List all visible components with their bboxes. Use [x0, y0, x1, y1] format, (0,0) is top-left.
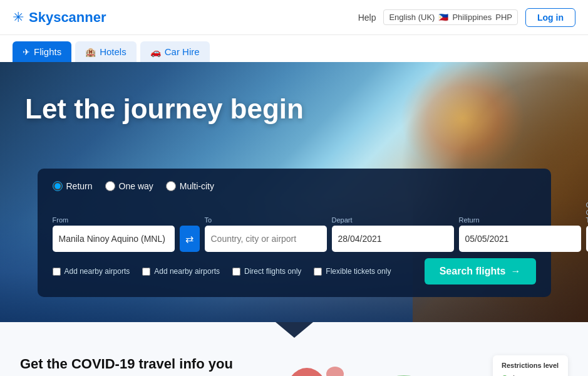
- hero-title: Let the journey begin: [25, 93, 304, 125]
- legend-title: Restrictions level: [502, 362, 559, 369]
- hotels-icon: 🏨: [85, 47, 96, 57]
- nearby-to-label[interactable]: Add nearby airports: [142, 267, 220, 276]
- direct-flights-label[interactable]: Direct flights only: [232, 267, 301, 276]
- flexible-tickets-checkbox[interactable]: [314, 268, 322, 276]
- search-panel: Return One way Multi-city From ⇄: [38, 169, 551, 297]
- nearby-from-label[interactable]: Add nearby airports: [53, 267, 130, 276]
- header: ✳ Skyscanner Help English (UK) 🇵🇭 Philip…: [0, 0, 588, 35]
- tab-car-hire[interactable]: 🚗 Car Hire: [140, 41, 210, 62]
- currency-label: PHP: [495, 13, 512, 22]
- logo-text: Skyscanner: [29, 9, 106, 26]
- nearby-to-text: Add nearby airports: [154, 267, 220, 276]
- skyscanner-icon: ✳: [13, 9, 24, 26]
- help-link[interactable]: Help: [358, 13, 376, 23]
- hero-section: Let the journey begin Return One way Mul…: [0, 62, 588, 322]
- depart-input[interactable]: [332, 226, 454, 252]
- direct-flights-text: Direct flights only: [244, 267, 301, 276]
- nearby-from-text: Add nearby airports: [64, 267, 130, 276]
- return-radio[interactable]: [53, 181, 63, 191]
- tab-flights[interactable]: ✈ Flights: [13, 41, 71, 62]
- return-input[interactable]: [459, 226, 581, 252]
- covid-title: Get the COVID-19 travel info you need: [20, 355, 238, 376]
- from-group: From: [53, 216, 175, 252]
- tab-car-hire-label: Car Hire: [165, 46, 200, 57]
- covid-text: Get the COVID-19 travel info you need Pl…: [20, 355, 238, 376]
- sunset-glow: [400, 62, 525, 175]
- tab-hotels[interactable]: 🏨 Hotels: [75, 41, 137, 62]
- multi-city-label: Multi-city: [180, 181, 214, 191]
- multi-city-radio-label[interactable]: Multi-city: [166, 181, 214, 191]
- language-label: English (UK): [389, 13, 435, 22]
- map-container: Restrictions level Low Moderate Major: [263, 355, 568, 376]
- fields-row: From ⇄ To Depart Return: [53, 201, 536, 252]
- swap-icon: ⇄: [185, 233, 193, 245]
- country-flag: 🇵🇭: [438, 13, 448, 22]
- tab-hotels-label: Hotels: [100, 46, 126, 57]
- cabin-group: Cabin Class & Travellers 1 adult, Econom…: [586, 201, 589, 252]
- search-flights-button[interactable]: Search flights →: [425, 258, 536, 285]
- world-map: [263, 355, 451, 376]
- one-way-radio[interactable]: [105, 181, 115, 191]
- one-way-label: One way: [119, 181, 153, 191]
- map-legend: Restrictions level Low Moderate Major: [493, 355, 568, 376]
- country-name: Philippines: [452, 13, 492, 22]
- one-way-radio-label[interactable]: One way: [105, 181, 153, 191]
- to-label: To: [205, 216, 327, 224]
- flights-icon: ✈: [23, 47, 30, 57]
- cabin-select[interactable]: 1 adult, Economy: [586, 226, 589, 252]
- to-group: To: [205, 216, 327, 252]
- arrow-down: [276, 322, 313, 338]
- logo: ✳ Skyscanner: [13, 9, 106, 26]
- cabin-label: Cabin Class & Travellers: [586, 201, 589, 224]
- trip-type-row: Return One way Multi-city: [53, 181, 536, 191]
- svg-point-6: [326, 367, 344, 376]
- login-button[interactable]: Log in: [525, 8, 575, 27]
- svg-point-0: [285, 368, 329, 376]
- checkboxes-row: Add nearby airports Add nearby airports …: [53, 258, 536, 285]
- nav-tabs: ✈ Flights 🏨 Hotels 🚗 Car Hire: [0, 35, 588, 62]
- nearby-from-checkbox[interactable]: [53, 268, 61, 276]
- covid-section: Get the COVID-19 travel info you need Pl…: [0, 338, 588, 376]
- search-flights-label: Search flights: [440, 266, 506, 277]
- car-hire-icon: 🚗: [150, 47, 161, 57]
- arrow-connector: [0, 322, 588, 338]
- to-input[interactable]: [205, 226, 327, 252]
- nearby-to-checkbox[interactable]: [142, 268, 150, 276]
- tab-flights-label: Flights: [34, 46, 61, 57]
- return-label: Return: [66, 181, 93, 191]
- from-label: From: [53, 216, 175, 224]
- from-input[interactable]: [53, 226, 175, 252]
- depart-group: Depart: [332, 216, 454, 252]
- depart-label: Depart: [332, 216, 454, 224]
- flexible-tickets-label[interactable]: Flexible tickets only: [314, 267, 391, 276]
- direct-flights-checkbox[interactable]: [232, 268, 240, 276]
- header-right: Help English (UK) 🇵🇭 Philippines PHP Log…: [358, 8, 575, 27]
- return-label: Return: [459, 216, 581, 224]
- return-radio-label[interactable]: Return: [53, 181, 93, 191]
- search-arrow-icon: →: [511, 266, 521, 277]
- flexible-tickets-text: Flexible tickets only: [326, 267, 391, 276]
- multi-city-radio[interactable]: [166, 181, 176, 191]
- return-group: Return: [459, 216, 581, 252]
- language-selector[interactable]: English (UK) 🇵🇭 Philippines PHP: [383, 9, 518, 25]
- swap-button[interactable]: ⇄: [180, 226, 200, 252]
